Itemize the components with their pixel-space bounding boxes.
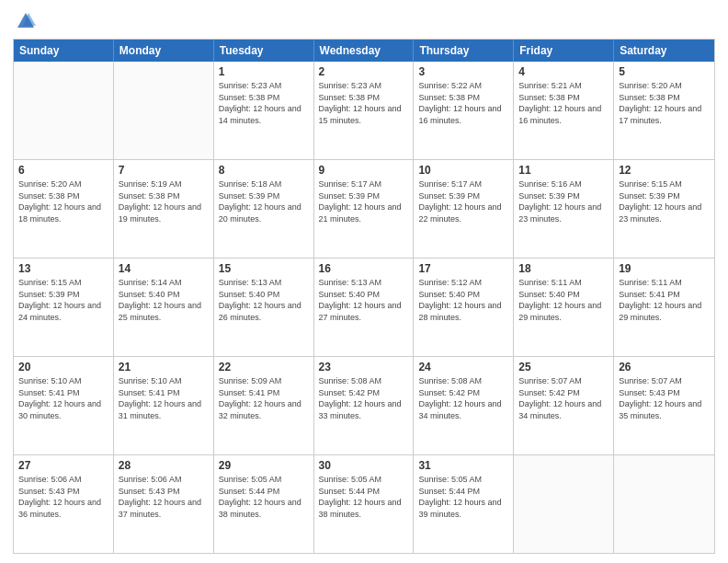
day-info: Sunrise: 5:07 AM Sunset: 5:43 PM Dayligh… <box>619 375 710 421</box>
day-info: Sunrise: 5:20 AM Sunset: 5:38 PM Dayligh… <box>619 80 710 126</box>
day-cell-3: 3Sunrise: 5:22 AM Sunset: 5:38 PM Daylig… <box>414 62 514 159</box>
day-number: 9 <box>319 163 409 178</box>
empty-cell-4-6 <box>614 455 714 553</box>
day-cell-23: 23Sunrise: 5:08 AM Sunset: 5:42 PM Dayli… <box>314 357 415 454</box>
day-number: 13 <box>18 261 108 276</box>
calendar-row-1: 6Sunrise: 5:20 AM Sunset: 5:38 PM Daylig… <box>14 159 714 258</box>
day-number: 28 <box>119 458 209 473</box>
day-cell-19: 19Sunrise: 5:11 AM Sunset: 5:41 PM Dayli… <box>614 259 714 356</box>
day-number: 15 <box>219 261 309 276</box>
day-number: 26 <box>619 360 710 374</box>
day-info: Sunrise: 5:10 AM Sunset: 5:41 PM Dayligh… <box>18 375 108 421</box>
logo <box>13 11 36 31</box>
day-number: 8 <box>219 163 309 178</box>
day-info: Sunrise: 5:15 AM Sunset: 5:39 PM Dayligh… <box>619 178 710 224</box>
day-cell-5: 5Sunrise: 5:20 AM Sunset: 5:38 PM Daylig… <box>614 62 714 159</box>
day-info: Sunrise: 5:17 AM Sunset: 5:39 PM Dayligh… <box>319 178 409 224</box>
day-info: Sunrise: 5:08 AM Sunset: 5:42 PM Dayligh… <box>418 375 508 421</box>
day-number: 5 <box>619 64 710 79</box>
weekday-header-tuesday: Tuesday <box>214 40 314 62</box>
day-cell-13: 13Sunrise: 5:15 AM Sunset: 5:39 PM Dayli… <box>14 259 114 356</box>
day-info: Sunrise: 5:21 AM Sunset: 5:38 PM Dayligh… <box>518 80 609 126</box>
day-cell-12: 12Sunrise: 5:15 AM Sunset: 5:39 PM Dayli… <box>614 160 714 258</box>
day-number: 29 <box>219 458 309 473</box>
page: SundayMondayTuesdayWednesdayThursdayFrid… <box>0 0 728 563</box>
day-cell-27: 27Sunrise: 5:06 AM Sunset: 5:43 PM Dayli… <box>14 455 114 553</box>
day-info: Sunrise: 5:06 AM Sunset: 5:43 PM Dayligh… <box>119 474 209 520</box>
day-info: Sunrise: 5:10 AM Sunset: 5:41 PM Dayligh… <box>119 375 209 421</box>
day-number: 7 <box>119 163 209 178</box>
day-number: 4 <box>518 64 609 79</box>
weekday-header-monday: Monday <box>114 40 214 62</box>
day-info: Sunrise: 5:16 AM Sunset: 5:39 PM Dayligh… <box>518 178 609 224</box>
day-info: Sunrise: 5:11 AM Sunset: 5:40 PM Dayligh… <box>518 277 609 323</box>
day-info: Sunrise: 5:11 AM Sunset: 5:41 PM Dayligh… <box>619 277 710 323</box>
day-cell-10: 10Sunrise: 5:17 AM Sunset: 5:39 PM Dayli… <box>414 160 514 258</box>
calendar-row-2: 13Sunrise: 5:15 AM Sunset: 5:39 PM Dayli… <box>14 258 714 356</box>
day-info: Sunrise: 5:13 AM Sunset: 5:40 PM Dayligh… <box>319 277 409 323</box>
day-cell-4: 4Sunrise: 5:21 AM Sunset: 5:38 PM Daylig… <box>514 62 614 159</box>
day-cell-26: 26Sunrise: 5:07 AM Sunset: 5:43 PM Dayli… <box>614 357 714 454</box>
weekday-header-sunday: Sunday <box>14 40 114 62</box>
day-info: Sunrise: 5:09 AM Sunset: 5:41 PM Dayligh… <box>219 375 309 421</box>
weekday-header-friday: Friday <box>514 40 614 62</box>
day-number: 16 <box>319 261 409 276</box>
day-cell-14: 14Sunrise: 5:14 AM Sunset: 5:40 PM Dayli… <box>114 259 214 356</box>
day-number: 17 <box>418 261 508 276</box>
day-number: 14 <box>119 261 209 276</box>
day-info: Sunrise: 5:05 AM Sunset: 5:44 PM Dayligh… <box>219 474 309 520</box>
day-cell-6: 6Sunrise: 5:20 AM Sunset: 5:38 PM Daylig… <box>14 160 114 258</box>
day-cell-9: 9Sunrise: 5:17 AM Sunset: 5:39 PM Daylig… <box>314 160 415 258</box>
logo-icon <box>16 11 36 31</box>
empty-cell-0-1 <box>114 62 214 159</box>
day-number: 24 <box>418 360 508 374</box>
day-info: Sunrise: 5:13 AM Sunset: 5:40 PM Dayligh… <box>219 277 309 323</box>
day-cell-7: 7Sunrise: 5:19 AM Sunset: 5:38 PM Daylig… <box>114 160 214 258</box>
day-info: Sunrise: 5:06 AM Sunset: 5:43 PM Dayligh… <box>18 474 108 520</box>
day-info: Sunrise: 5:05 AM Sunset: 5:44 PM Dayligh… <box>418 474 508 520</box>
day-cell-29: 29Sunrise: 5:05 AM Sunset: 5:44 PM Dayli… <box>214 455 314 553</box>
day-cell-21: 21Sunrise: 5:10 AM Sunset: 5:41 PM Dayli… <box>114 357 214 454</box>
calendar-header: SundayMondayTuesdayWednesdayThursdayFrid… <box>14 40 714 62</box>
day-info: Sunrise: 5:23 AM Sunset: 5:38 PM Dayligh… <box>219 80 309 126</box>
day-info: Sunrise: 5:12 AM Sunset: 5:40 PM Dayligh… <box>418 277 508 323</box>
empty-cell-4-5 <box>514 455 614 553</box>
day-cell-11: 11Sunrise: 5:16 AM Sunset: 5:39 PM Dayli… <box>514 160 614 258</box>
calendar-row-0: 1Sunrise: 5:23 AM Sunset: 5:38 PM Daylig… <box>14 62 714 159</box>
day-cell-24: 24Sunrise: 5:08 AM Sunset: 5:42 PM Dayli… <box>414 357 514 454</box>
day-cell-8: 8Sunrise: 5:18 AM Sunset: 5:39 PM Daylig… <box>214 160 314 258</box>
day-cell-30: 30Sunrise: 5:05 AM Sunset: 5:44 PM Dayli… <box>314 455 415 553</box>
day-number: 27 <box>18 458 108 473</box>
day-cell-17: 17Sunrise: 5:12 AM Sunset: 5:40 PM Dayli… <box>414 259 514 356</box>
day-info: Sunrise: 5:08 AM Sunset: 5:42 PM Dayligh… <box>319 375 409 421</box>
day-info: Sunrise: 5:18 AM Sunset: 5:39 PM Dayligh… <box>219 178 309 224</box>
day-number: 3 <box>418 64 508 79</box>
day-number: 25 <box>518 360 609 374</box>
calendar-body: 1Sunrise: 5:23 AM Sunset: 5:38 PM Daylig… <box>14 62 714 553</box>
weekday-header-thursday: Thursday <box>414 40 514 62</box>
calendar-row-3: 20Sunrise: 5:10 AM Sunset: 5:41 PM Dayli… <box>14 356 714 454</box>
weekday-header-saturday: Saturday <box>614 40 714 62</box>
day-number: 20 <box>18 360 108 374</box>
day-info: Sunrise: 5:22 AM Sunset: 5:38 PM Dayligh… <box>418 80 508 126</box>
day-info: Sunrise: 5:17 AM Sunset: 5:39 PM Dayligh… <box>418 178 508 224</box>
day-cell-1: 1Sunrise: 5:23 AM Sunset: 5:38 PM Daylig… <box>214 62 314 159</box>
day-cell-2: 2Sunrise: 5:23 AM Sunset: 5:38 PM Daylig… <box>314 62 415 159</box>
calendar: SundayMondayTuesdayWednesdayThursdayFrid… <box>13 39 715 554</box>
day-cell-25: 25Sunrise: 5:07 AM Sunset: 5:42 PM Dayli… <box>514 357 614 454</box>
day-cell-22: 22Sunrise: 5:09 AM Sunset: 5:41 PM Dayli… <box>214 357 314 454</box>
day-number: 21 <box>119 360 209 374</box>
day-info: Sunrise: 5:15 AM Sunset: 5:39 PM Dayligh… <box>18 277 108 323</box>
day-cell-28: 28Sunrise: 5:06 AM Sunset: 5:43 PM Dayli… <box>114 455 214 553</box>
day-info: Sunrise: 5:23 AM Sunset: 5:38 PM Dayligh… <box>319 80 409 126</box>
day-cell-20: 20Sunrise: 5:10 AM Sunset: 5:41 PM Dayli… <box>14 357 114 454</box>
day-info: Sunrise: 5:19 AM Sunset: 5:38 PM Dayligh… <box>119 178 209 224</box>
day-number: 6 <box>18 163 108 178</box>
day-number: 11 <box>518 163 609 178</box>
day-number: 23 <box>319 360 409 374</box>
day-cell-31: 31Sunrise: 5:05 AM Sunset: 5:44 PM Dayli… <box>414 455 514 553</box>
day-number: 2 <box>319 64 409 79</box>
day-number: 19 <box>619 261 710 276</box>
day-info: Sunrise: 5:20 AM Sunset: 5:38 PM Dayligh… <box>18 178 108 224</box>
day-cell-15: 15Sunrise: 5:13 AM Sunset: 5:40 PM Dayli… <box>214 259 314 356</box>
